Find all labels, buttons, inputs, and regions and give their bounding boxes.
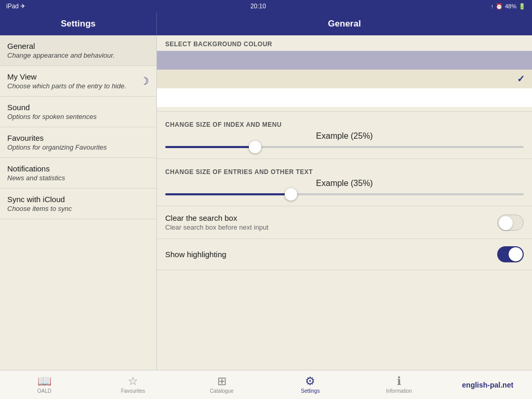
highlight-row: Show highlighting <box>157 239 532 270</box>
header: Settings General <box>0 12 532 35</box>
status-bar: iPad ✈ 20:10 ↑ ⏰ 48% 🔋 <box>0 0 532 12</box>
tab-favourites[interactable]: ☆Favourites <box>89 376 178 394</box>
sidebar-item-subtitle: Options for spoken sentences <box>7 113 149 121</box>
sidebar-item-notifications[interactable]: NotificationsNews and statistics <box>0 158 156 189</box>
sidebar-item-sound[interactable]: SoundOptions for spoken sentences <box>0 97 156 127</box>
information-icon: ℹ <box>397 376 401 387</box>
index-example: Example (25%) <box>157 131 532 141</box>
clear-search-toggle[interactable] <box>497 215 524 231</box>
index-slider-thumb[interactable] <box>249 141 261 153</box>
tab-bar: 📖OALD☆Favourites⊞Catalogue⚙SettingsℹInfo… <box>0 370 532 399</box>
sidebar-item-general[interactable]: GeneralChange appearance and behaviour. <box>0 35 156 66</box>
entries-slider-thumb[interactable] <box>285 188 297 201</box>
sidebar-header: Settings <box>0 12 157 35</box>
information-label: Information <box>386 388 412 394</box>
clear-search-title: Clear the search box <box>165 214 269 222</box>
clear-search-subtitle: Clear search box before next input <box>165 223 269 231</box>
index-slider-container <box>157 146 532 148</box>
sidebar-item-title: Sync with iCloud <box>7 195 149 204</box>
entries-slider-fill <box>165 193 291 195</box>
main-content: GeneralChange appearance and behaviour.M… <box>0 35 532 370</box>
content-area: SELECT BACKGROUND COLOUR CHANGE SIZE OF … <box>157 35 532 370</box>
clear-search-labels: Clear the search box Clear search box be… <box>165 214 269 231</box>
entries-section: CHANGE SIZE OF ENTRIES AND OTHER TEXT Ex… <box>157 159 532 206</box>
bg-colour-label: SELECT BACKGROUND COLOUR <box>157 35 532 51</box>
entries-example: Example (35%) <box>157 179 532 188</box>
brand-label: english-pal.net <box>443 381 532 389</box>
index-slider-track[interactable] <box>165 146 524 148</box>
highlight-labels: Show highlighting <box>165 250 227 259</box>
tab-catalogue[interactable]: ⊞Catalogue <box>177 376 266 394</box>
sidebar-item-title: General <box>7 42 149 50</box>
status-left: iPad ✈ <box>6 3 25 10</box>
oald-icon: 📖 <box>37 376 51 387</box>
status-battery: 48% <box>505 3 516 9</box>
highlight-title: Show highlighting <box>165 250 227 259</box>
oald-label: OALD <box>37 388 51 394</box>
sidebar-item-myview[interactable]: My ViewChoose which parts of the entry t… <box>0 66 156 97</box>
content-header: General <box>157 12 532 35</box>
color-swatch-1[interactable] <box>157 70 532 88</box>
tab-information[interactable]: ℹInformation <box>355 376 444 394</box>
sidebar-item-title: My View <box>7 72 126 81</box>
sidebar-item-subtitle: News and statistics <box>7 174 149 182</box>
status-center: 20:10 <box>250 3 266 10</box>
sidebar-item-subtitle: Choose which parts of the entry to hide. <box>7 82 126 90</box>
color-swatches <box>157 51 532 107</box>
favourites-label: Favourites <box>121 388 145 394</box>
index-menu-section: CHANGE SIZE OF INDEX AND MENU Example (2… <box>157 112 532 159</box>
entries-label: CHANGE SIZE OF ENTRIES AND OTHER TEXT <box>157 163 532 179</box>
favourites-icon: ☆ <box>128 376 138 387</box>
color-swatch-2[interactable] <box>157 88 532 107</box>
sidebar: GeneralChange appearance and behaviour.M… <box>0 35 157 370</box>
sidebar-item-title: Favourites <box>7 134 149 142</box>
status-arrow-icon: ↑ <box>490 3 494 9</box>
moon-icon: ☽ <box>140 75 149 87</box>
entries-slider-track[interactable] <box>165 193 524 195</box>
index-menu-label: CHANGE SIZE OF INDEX AND MENU <box>157 116 532 131</box>
sidebar-item-favourites[interactable]: FavouritesOptions for organizing Favouri… <box>0 127 156 158</box>
catalogue-icon: ⊞ <box>217 376 227 387</box>
sidebar-item-subtitle: Options for organizing Favourites <box>7 143 149 151</box>
clear-search-knob <box>499 216 513 230</box>
tab-oald[interactable]: 📖OALD <box>0 376 89 394</box>
battery-icon: 🔋 <box>518 3 526 10</box>
highlight-knob <box>509 247 523 261</box>
sidebar-item-title: Sound <box>7 103 149 112</box>
settings-icon: ⚙ <box>305 376 315 387</box>
color-swatch-0[interactable] <box>157 51 532 70</box>
highlight-toggle[interactable] <box>497 246 524 262</box>
sidebar-item-subtitle: Change appearance and behaviour. <box>7 51 149 59</box>
entries-slider-container <box>157 193 532 195</box>
index-slider-fill <box>165 146 255 148</box>
sidebar-item-sync[interactable]: Sync with iCloudChoose items to sync <box>0 189 156 219</box>
settings-label: Settings <box>301 388 320 394</box>
status-right: ↑ ⏰ 48% 🔋 <box>490 3 526 10</box>
tab-settings[interactable]: ⚙Settings <box>266 376 355 394</box>
catalogue-label: Catalogue <box>210 388 234 394</box>
sidebar-item-subtitle: Choose items to sync <box>7 205 149 212</box>
status-alarm-icon: ⏰ <box>496 3 503 10</box>
sidebar-item-title: Notifications <box>7 164 149 173</box>
clear-search-row: Clear the search box Clear search box be… <box>157 206 532 239</box>
